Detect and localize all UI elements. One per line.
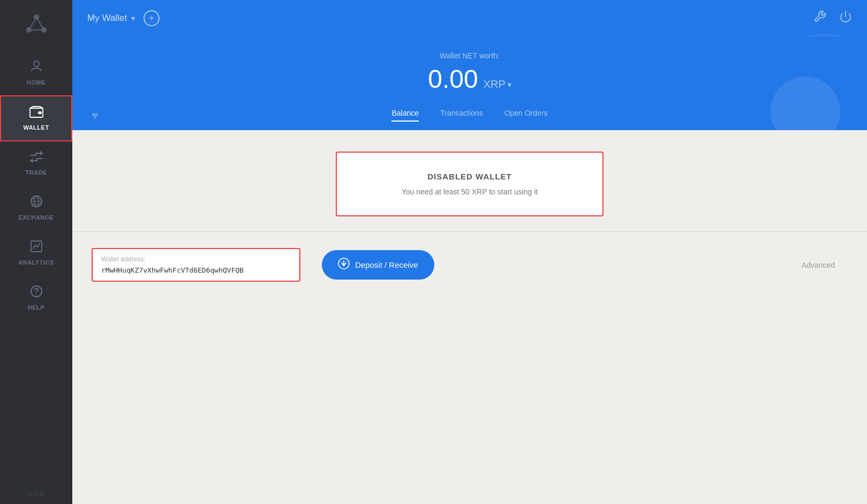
content-area: DISABLED WALLET You need at least 50 XRP… (72, 130, 867, 504)
net-worth-value: 0.00 XRP ▾ (428, 64, 511, 94)
disabled-wallet-message: You need at least 50 XRP to start using … (402, 187, 538, 196)
sidebar-item-trade[interactable]: TRADE (0, 141, 72, 185)
exchange-icon (30, 195, 43, 210)
favorite-heart-icon[interactable]: ♥ (92, 109, 99, 123)
wallet-selector-name: My Wallet (87, 13, 127, 24)
wallet-address-box: Wallet address: rMwHHuqKZ7vXhwFwhFcVTd6E… (92, 248, 300, 282)
net-worth-number: 0.00 (428, 64, 478, 94)
svg-line-3 (29, 17, 36, 30)
wallet-actions-bar: Wallet address: rMwHHuqKZ7vXhwFwhFcVTd6E… (72, 248, 867, 282)
currency-chevron-icon[interactable]: ▾ (508, 80, 511, 89)
net-worth-area: Wallet NET worth: 0.00 XRP ▾ (72, 36, 867, 109)
wallet-selector[interactable]: My Wallet ▾ (87, 13, 135, 24)
page-header: My Wallet ▾ + (72, 0, 867, 36)
header-actions (813, 10, 852, 26)
sidebar: HOME WALLET (0, 0, 72, 504)
deposit-icon (338, 258, 350, 272)
sidebar-item-label-home: HOME (27, 79, 46, 86)
sidebar-item-label-wallet: WALLET (23, 124, 49, 131)
home-icon (29, 59, 43, 75)
sidebar-item-home[interactable]: HOME (0, 49, 72, 95)
wallet-address-value: rMwHHuqKZ7vXhwFwhFcVTd6ED6qwhQVFQB (101, 266, 291, 274)
deposit-receive-button[interactable]: Deposit / Receive (322, 250, 434, 280)
wallet-icon (29, 106, 43, 120)
net-worth-label: Wallet NET worth: (440, 51, 500, 60)
disabled-wallet-notice: DISABLED WALLET You need at least 50 XRP… (336, 152, 604, 216)
wallet-address-label: Wallet address: (101, 255, 291, 263)
power-icon[interactable] (839, 10, 852, 26)
svg-point-6 (34, 61, 39, 66)
sidebar-item-help[interactable]: HELP (0, 275, 72, 320)
deposit-button-label: Deposit / Receive (355, 260, 418, 269)
app-logo-icon (21, 10, 51, 40)
sidebar-logo (0, 0, 72, 49)
sidebar-item-exchange[interactable]: EXCHANGE (0, 185, 72, 230)
add-wallet-icon: + (149, 13, 155, 24)
svg-point-14 (36, 294, 37, 295)
sidebar-item-wallet[interactable]: WALLET (0, 95, 72, 141)
sidebar-item-analytics[interactable]: ANALYTICS (0, 230, 72, 275)
tab-transactions[interactable]: Transactions (440, 109, 483, 122)
svg-rect-8 (38, 111, 42, 114)
sidebar-item-label-help: HELP (28, 304, 44, 311)
trade-icon (29, 151, 43, 165)
sidebar-version: v1.6.10 (27, 483, 45, 504)
sidebar-item-label-trade: TRADE (25, 169, 47, 176)
settings-wrench-icon[interactable] (813, 10, 826, 26)
tab-balance[interactable]: Balance (391, 109, 419, 122)
hero-section: Wallet NET worth: 0.00 XRP ▾ ♥ Balance T… (72, 36, 867, 130)
tab-open-orders[interactable]: Open Orders (504, 109, 548, 122)
sidebar-item-label-exchange: EXCHANGE (18, 214, 54, 221)
content-divider (72, 231, 867, 232)
sidebar-nav: HOME WALLET (0, 49, 72, 483)
add-wallet-button[interactable]: + (144, 10, 160, 26)
sidebar-item-label-analytics: ANALYTICS (18, 259, 54, 266)
main-content: My Wallet ▾ + W (72, 0, 867, 504)
analytics-icon (30, 240, 43, 255)
tabs-bar: ♥ Balance Transactions Open Orders My Wa… (72, 109, 867, 130)
net-worth-currency: XRP ▾ (484, 78, 511, 91)
wallet-selector-chevron-icon: ▾ (131, 14, 135, 22)
help-icon (30, 285, 43, 300)
disabled-wallet-title: DISABLED WALLET (427, 172, 512, 181)
svg-line-4 (36, 17, 44, 30)
advanced-link[interactable]: Advanced (802, 261, 835, 269)
